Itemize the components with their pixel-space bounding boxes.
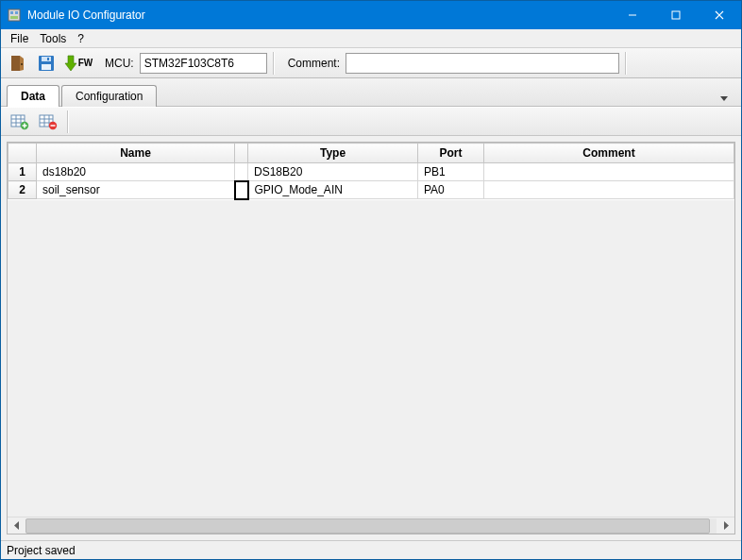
svg-rect-3 <box>10 16 18 19</box>
svg-rect-8 <box>11 56 20 71</box>
menu-bar: File Tools ? <box>1 29 741 48</box>
col-header-port[interactable]: Port <box>418 144 484 163</box>
remove-row-button[interactable] <box>35 110 61 134</box>
row-header-blank <box>8 144 37 163</box>
firmware-button[interactable]: FW <box>61 51 95 76</box>
cell-type[interactable]: GPIO_Mode_AIN <box>248 181 418 199</box>
svg-rect-2 <box>15 11 18 14</box>
app-icon <box>7 8 22 23</box>
svg-marker-16 <box>720 96 728 101</box>
chevron-right-icon <box>723 521 730 530</box>
table-add-icon <box>10 113 29 130</box>
svg-rect-1 <box>10 11 13 14</box>
toolbar-separator <box>273 52 275 75</box>
scroll-right-button[interactable] <box>717 518 734 534</box>
scroll-thumb[interactable] <box>25 518 710 534</box>
svg-rect-13 <box>42 64 51 70</box>
menu-tools[interactable]: Tools <box>34 30 72 47</box>
menu-file[interactable]: File <box>5 30 34 47</box>
col-header-gap <box>235 144 248 163</box>
svg-rect-0 <box>8 9 20 21</box>
minimize-button[interactable] <box>611 1 654 29</box>
download-arrow-icon <box>64 54 77 73</box>
svg-rect-14 <box>47 58 49 60</box>
table-row[interactable]: 1 ds18b20 DS18B20 PB1 <box>8 163 734 181</box>
scroll-left-button[interactable] <box>8 518 25 534</box>
mcu-label: MCU: <box>105 57 134 70</box>
row-number[interactable]: 1 <box>8 163 37 181</box>
col-header-comment[interactable]: Comment <box>484 144 734 163</box>
mcu-input[interactable] <box>140 53 267 74</box>
grid-header-row: Name Type Port Comment <box>8 144 734 163</box>
cell-comment[interactable] <box>484 181 734 199</box>
svg-rect-5 <box>672 11 680 19</box>
col-header-type[interactable]: Type <box>248 144 418 163</box>
svg-marker-33 <box>724 521 729 530</box>
comment-input[interactable] <box>346 53 619 74</box>
main-toolbar: FW MCU: Comment: <box>1 48 741 78</box>
add-row-button[interactable] <box>7 110 33 134</box>
col-header-name[interactable]: Name <box>37 144 235 163</box>
exit-button[interactable] <box>5 51 31 76</box>
tab-overflow-button[interactable] <box>720 94 735 106</box>
cell-port[interactable]: PB1 <box>418 163 484 181</box>
toolbar-separator-2 <box>625 52 627 75</box>
tab-data[interactable]: Data <box>7 85 59 107</box>
grid-toolbar-separator <box>67 110 69 133</box>
svg-marker-15 <box>65 56 76 71</box>
grid-toolbar <box>1 108 741 136</box>
cell-gap-selected[interactable] <box>235 181 248 199</box>
svg-rect-12 <box>42 57 51 61</box>
data-grid[interactable]: Name Type Port Comment 1 ds18b20 DS18B20… <box>7 142 735 535</box>
cell-gap <box>235 163 248 181</box>
cell-name[interactable]: ds18b20 <box>37 163 235 181</box>
horizontal-scrollbar[interactable] <box>8 517 734 534</box>
close-button[interactable] <box>698 1 741 29</box>
tab-configuration[interactable]: Configuration <box>61 85 157 107</box>
cell-type[interactable]: DS18B20 <box>248 163 418 181</box>
chevron-down-icon <box>720 94 728 102</box>
tab-strip: Data Configuration <box>1 78 741 107</box>
scroll-track[interactable] <box>25 518 717 534</box>
maximize-button[interactable] <box>654 1 698 29</box>
svg-marker-32 <box>14 521 19 530</box>
title-bar: Module IO Configurator <box>1 1 741 29</box>
save-button[interactable] <box>33 51 59 76</box>
window-title: Module IO Configurator <box>27 8 611 22</box>
fw-label: FW <box>78 58 93 68</box>
status-text: Project saved <box>7 544 76 557</box>
status-bar: Project saved <box>1 540 741 559</box>
chevron-left-icon <box>13 521 20 530</box>
menu-help[interactable]: ? <box>72 30 90 47</box>
row-number[interactable]: 2 <box>8 181 37 199</box>
content-area: Name Type Port Comment 1 ds18b20 DS18B20… <box>1 107 741 540</box>
door-exit-icon <box>8 54 27 73</box>
cell-comment[interactable] <box>484 163 734 181</box>
cell-port[interactable]: PA0 <box>418 181 484 199</box>
table-remove-icon <box>39 113 58 130</box>
comment-label: Comment: <box>288 57 340 70</box>
cell-name[interactable]: soil_sensor <box>37 181 235 199</box>
floppy-disk-icon <box>37 54 56 73</box>
table-row[interactable]: 2 soil_sensor GPIO_Mode_AIN PA0 <box>8 181 734 199</box>
svg-point-10 <box>21 63 23 65</box>
